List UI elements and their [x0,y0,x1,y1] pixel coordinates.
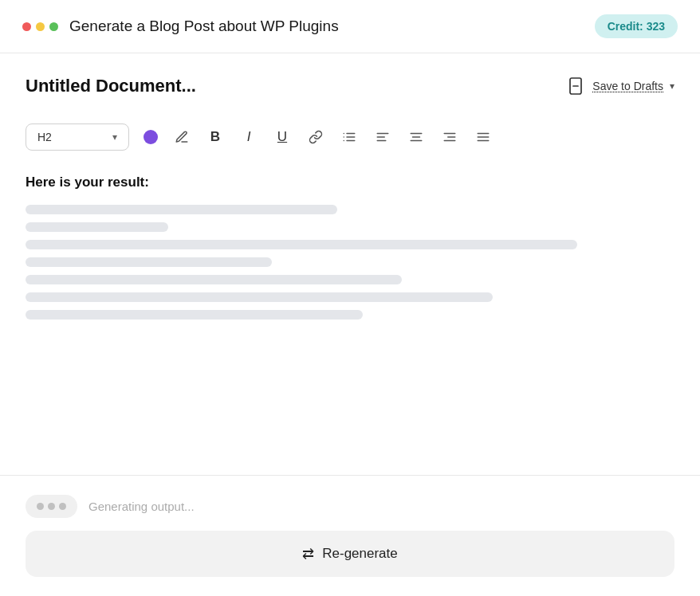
regenerate-icon: ⇄ [302,545,314,563]
skeleton-line [26,275,402,284]
link-icon[interactable] [306,127,325,147]
italic-button[interactable]: I [239,127,258,147]
align-left-icon[interactable] [373,127,392,147]
save-to-drafts-button[interactable]: Save to Drafts ▾ [567,76,674,96]
credit-badge: Credit: 323 [595,14,678,38]
typing-dot-2 [48,503,55,510]
justify-icon[interactable] [474,127,493,147]
generating-row: Generating output... [26,495,674,518]
generating-status: Generating output... [88,500,195,513]
color-picker[interactable] [144,130,158,144]
heading-chevron-icon: ▾ [112,131,117,143]
dot-red [22,22,31,31]
skeleton-line [26,310,363,320]
dot-yellow [36,22,45,31]
skeleton-line [26,240,577,249]
regenerate-button[interactable]: ⇄ Re-generate [26,531,674,577]
chevron-down-icon: ▾ [670,80,674,92]
align-right-icon[interactable] [440,127,459,147]
typing-dot-3 [59,503,66,510]
header: Generate a Blog Post about WP Plugins Cr… [0,0,700,53]
regenerate-label: Re-generate [322,546,398,562]
list-icon[interactable] [340,127,359,147]
bottom-area: Generating output... ⇄ Re-generate [0,476,700,596]
underline-button[interactable]: U [273,127,292,147]
toolbar: H2 ▾ B I U [26,116,674,159]
dot-green [49,22,58,31]
skeleton-content [26,205,674,351]
save-drafts-label: Save to Drafts [592,80,663,92]
document-area: Untitled Document... Save to Drafts ▾ H2… [0,53,700,476]
typing-indicator [26,495,77,518]
doc-top-row: Untitled Document... Save to Drafts ▾ [26,76,674,96]
highlighter-icon[interactable] [172,127,191,147]
result-label: Here is your result: [26,174,674,190]
heading-select-value: H2 [37,131,52,143]
skeleton-line [26,222,168,232]
heading-select[interactable]: H2 ▾ [26,124,129,151]
document-title: Untitled Document... [26,76,196,96]
skeleton-line [26,205,337,214]
page-title: Generate a Blog Post about WP Plugins [69,18,339,35]
align-center-icon[interactable] [407,127,426,147]
header-left: Generate a Blog Post about WP Plugins [22,18,339,35]
skeleton-line [26,292,493,302]
typing-dot-1 [37,503,44,510]
window-dots [22,22,58,31]
skeleton-line [26,257,272,267]
save-drafts-icon [567,76,586,96]
bold-button[interactable]: B [206,127,225,147]
